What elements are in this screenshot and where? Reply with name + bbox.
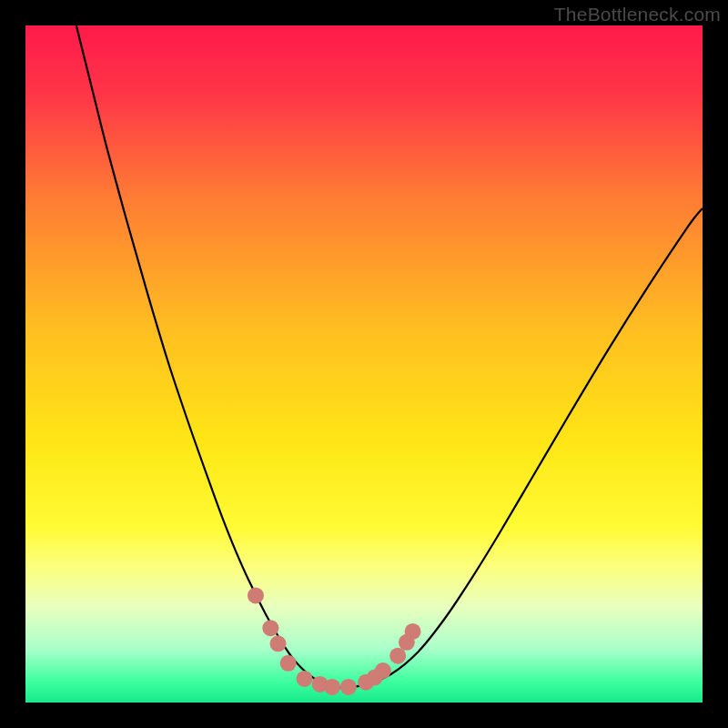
marker-point: [324, 679, 340, 695]
marker-point: [389, 648, 406, 664]
marker-point: [297, 671, 313, 687]
marker-point: [375, 662, 391, 679]
marker-point: [340, 679, 357, 695]
marker-point: [262, 620, 278, 636]
marker-point: [270, 635, 287, 652]
marker-point: [280, 655, 297, 672]
marker-point: [405, 623, 421, 640]
marker-point: [248, 587, 264, 603]
chart-frame: TheBottleneck.com: [0, 0, 728, 728]
bottleneck-chart: [25, 25, 703, 703]
plot-area: [25, 25, 703, 703]
gradient-background: [25, 25, 703, 703]
watermark-text: TheBottleneck.com: [554, 4, 721, 25]
